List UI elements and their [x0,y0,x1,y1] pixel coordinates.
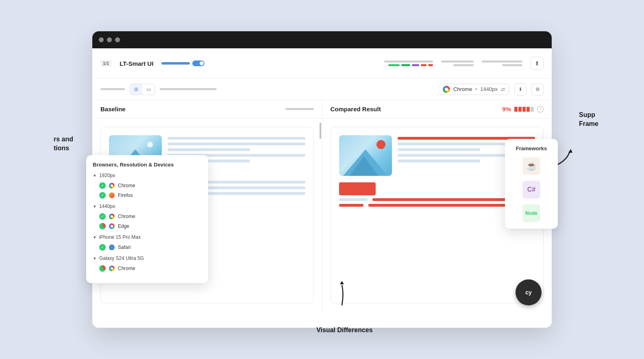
toolbar-spacer [100,88,125,90]
view-toggle[interactable]: ⊞ ▭ [130,84,155,95]
firefox-logo-1920 [109,192,115,198]
toolbar-name [160,88,217,90]
browser-titlebar [92,31,552,48]
arrow-bottom-icon [332,281,352,309]
edge-logo-1440 [109,223,115,229]
group-header-1920[interactable]: ▼ 1920px [93,173,202,178]
app-title: LT-Smart UI [120,60,153,67]
toggle-knob [200,61,204,65]
browser-group-1440: ▼ 1440px ✓ Chrome Edge [93,203,202,231]
legend-color-purple [412,64,419,66]
meta-right [441,61,474,66]
safari-logo-iphone [109,244,115,250]
chrome-logo-1440 [109,214,115,219]
baseline-title: Baseline [100,106,126,112]
browser-group-galaxy: ▼ Galaxy S24 Ultra 5G Chrome [93,255,202,273]
session-badge: 1/1 [100,60,111,67]
browser-selector[interactable]: Chrome • 1440px ⇄ [438,84,509,95]
chrome-logo-1920 [109,183,115,188]
browser-item-chrome-galaxy[interactable]: Chrome [93,264,202,273]
meta-right2 [482,61,522,66]
group-label-galaxy: Galaxy S24 Ultra 5G [99,255,144,261]
status-green-icon: ✓ [99,182,106,189]
legend-color-red2 [428,64,433,66]
legend-color-darkgreen [401,64,410,66]
chrome-logo-galaxy [109,266,115,271]
legend-area [384,61,433,66]
info-icon: i [537,106,544,112]
resolution-label: • [475,87,477,92]
swap-icon: ⇄ [501,87,505,92]
progress-bars [161,61,205,66]
group-label-1920: 1920px [99,173,115,178]
frameworks-popup: Frameworks ☕ C# Node [505,139,558,229]
download-btn[interactable]: ⬇ [514,83,527,95]
view-split-btn[interactable]: ⊞ [130,84,142,95]
compared-image [339,135,392,176]
chevron-icon: ▼ [93,173,97,178]
chrome-icon [443,86,450,93]
diff-percent: 9% [502,106,511,112]
annotation-bottom: Visual Differences [316,327,372,334]
legend-color-red [421,64,426,66]
chevron-icon: ▼ [93,204,97,209]
browser-item-chrome-1440[interactable]: ✓ Chrome [93,212,202,221]
group-label-1440: 1440px [99,203,115,209]
diff-block [339,182,376,195]
browser-item-edge-1440[interactable]: Edge [93,221,202,231]
status-green-icon: ✓ [99,192,106,199]
legend-colors [388,64,433,66]
compared-title: Compared Result [331,106,381,112]
browser-item-firefox-1920[interactable]: ✓ Firefox [93,190,202,200]
group-header-iphone[interactable]: ▼ iPhone 15 Pro Max [93,234,202,240]
nodejs-icon: Node [522,204,540,222]
view-single-btn[interactable]: ▭ [142,84,154,95]
traffic-light-3 [115,37,120,42]
browser-group-iphone: ▼ iPhone 15 Pro Max ✓ Safari [93,234,202,252]
traffic-light-1 [99,37,104,42]
cypress-badge: cy [516,279,542,305]
status-green-icon: ✓ [99,213,106,220]
group-header-galaxy[interactable]: ▼ Galaxy S24 Ultra 5G [93,255,202,261]
browser-group-1920: ▼ 1920px ✓ Chrome ✓ Firefox [93,173,202,200]
java-icon: ☕ [522,157,540,175]
diff-bars [514,107,534,112]
popup-title: Browsers, Resolution & Devices [93,162,202,168]
chevron-icon: ▼ [93,256,97,261]
svg-marker-1 [568,149,572,153]
progress-blue [161,62,190,65]
group-label-iphone: iPhone 15 Pro Max [99,234,141,240]
annotation-right: Supp Frame [579,110,598,129]
top-bar: 1/1 LT-Smart UI [92,48,552,79]
legend-line-1 [384,61,433,63]
settings-btn[interactable]: ⚙ [531,83,544,95]
diff-circle [376,140,385,149]
share-button[interactable]: ⬆ [531,57,544,70]
toolbar: ⊞ ▭ Chrome • 1440px ⇄ ⬇ ⚙ [92,79,552,100]
annotation-left: rs and tions [54,135,73,153]
progress-toggle[interactable] [192,61,205,66]
status-mixed-icon [99,223,106,229]
group-header-1440[interactable]: ▼ 1440px [93,203,202,209]
csharp-icon: C# [522,181,540,199]
status-green-icon: ✓ [99,244,106,251]
status-mixed-icon [99,265,106,272]
scrollbar [320,123,321,139]
browser-item-safari-iphone[interactable]: ✓ Safari [93,242,202,252]
browser-label: Chrome [453,86,472,92]
svg-marker-2 [340,281,344,284]
frameworks-title: Frameworks [516,145,547,151]
legend-color-green [388,64,400,66]
resolution-value: 1440px [480,86,498,92]
baseline-header: Baseline [92,100,322,119]
browsers-popup: Browsers, Resolution & Devices ▼ 1920px … [86,155,208,283]
browser-item-chrome-1920[interactable]: ✓ Chrome [93,181,202,190]
chevron-icon: ▼ [93,235,97,240]
traffic-light-2 [107,37,112,42]
compared-header: Compared Result 9% i [322,100,552,119]
